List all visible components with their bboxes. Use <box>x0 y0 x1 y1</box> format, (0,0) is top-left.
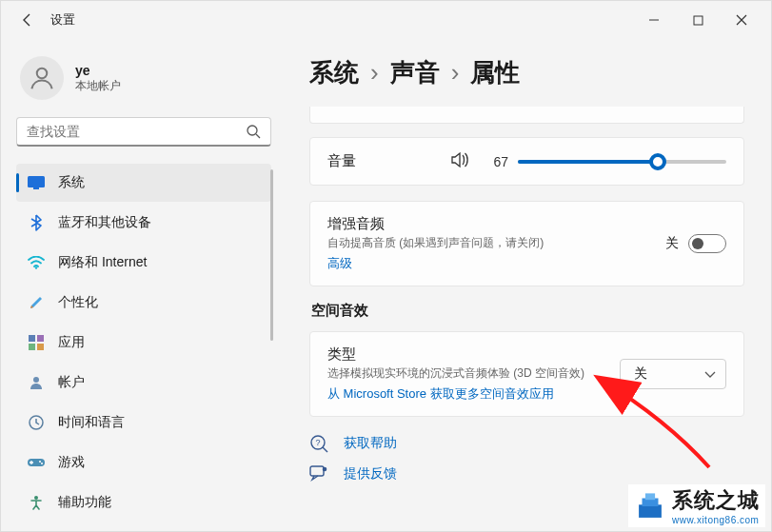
watermark-text: 系统之城 <box>672 486 760 515</box>
search-input[interactable] <box>27 124 246 139</box>
account-block[interactable]: ye 本地帐户 <box>20 56 267 100</box>
breadcrumb: 系统 › 声音 › 属性 <box>309 56 744 89</box>
svg-point-12 <box>33 377 39 383</box>
account-name: ye <box>75 63 121 78</box>
sidebar-item-apps[interactable]: 应用 <box>16 324 271 362</box>
get-help-label: 获取帮助 <box>344 435 397 452</box>
gaming-icon <box>28 454 45 471</box>
sidebar-item-label: 蓝牙和其他设备 <box>58 214 151 231</box>
sidebar-nav: 系统 蓝牙和其他设备 网络和 Internet <box>16 164 271 522</box>
speaker-icon[interactable] <box>451 151 470 171</box>
svg-point-2 <box>37 69 48 79</box>
sidebar-item-label: 系统 <box>58 174 85 191</box>
spatial-dropdown-value: 关 <box>634 365 647 383</box>
svg-text:?: ? <box>315 438 320 447</box>
avatar <box>20 56 64 100</box>
accessibility-icon <box>28 494 45 511</box>
sidebar-item-label: 辅助功能 <box>58 494 111 511</box>
wifi-icon <box>28 254 45 271</box>
search-input-wrap[interactable] <box>16 117 271 147</box>
svg-point-22 <box>323 467 327 472</box>
sidebar-item-network[interactable]: 网络和 Internet <box>16 244 271 282</box>
feedback-label: 提供反馈 <box>344 465 397 483</box>
svg-rect-25 <box>645 493 655 500</box>
svg-rect-21 <box>310 466 324 476</box>
svg-rect-6 <box>33 187 39 189</box>
spatial-type-card: 类型 选择模拟现实环境的沉浸式音频体验 (3D 空间音效) 从 Microsof… <box>309 331 744 417</box>
svg-line-20 <box>323 447 327 452</box>
spatial-store-link[interactable]: 从 Microsoft Store 获取更多空间音效应用 <box>327 385 604 403</box>
enhance-subtitle: 自动提高音质 (如果遇到声音问题，请关闭) <box>327 235 665 251</box>
spatial-type-title: 类型 <box>327 345 604 364</box>
sidebar-item-label: 游戏 <box>58 454 85 471</box>
chevron-right-icon: › <box>451 58 460 88</box>
svg-rect-1 <box>694 16 703 25</box>
maximize-icon <box>693 15 703 26</box>
bluetooth-icon <box>28 214 45 231</box>
volume-label: 音量 <box>327 152 451 170</box>
sidebar-item-label: 网络和 Internet <box>58 254 147 271</box>
sidebar-item-accessibility[interactable]: 辅助功能 <box>16 483 271 522</box>
enhance-toggle-label: 关 <box>665 235 679 252</box>
svg-point-7 <box>35 266 37 268</box>
breadcrumb-sound[interactable]: 声音 <box>390 56 440 89</box>
sidebar-item-accounts[interactable]: 帐户 <box>16 364 271 402</box>
paintbrush-icon <box>28 294 45 311</box>
watermark: 系统之城 www.xitong86.com <box>628 484 765 527</box>
watermark-logo-icon <box>634 490 666 522</box>
maximize-button[interactable] <box>676 5 720 35</box>
account-subtitle: 本地帐户 <box>75 78 121 94</box>
svg-rect-23 <box>639 504 662 518</box>
sidebar-item-label: 时间和语言 <box>58 414 125 431</box>
enhance-advanced-link[interactable]: 高级 <box>327 255 665 272</box>
close-button[interactable] <box>720 5 763 35</box>
enhance-toggle[interactable] <box>688 234 726 253</box>
breadcrumb-properties: 属性 <box>470 56 520 89</box>
sidebar-item-personalize[interactable]: 个性化 <box>16 284 271 322</box>
sidebar-item-gaming[interactable]: 游戏 <box>16 443 271 482</box>
svg-rect-10 <box>29 344 35 350</box>
svg-rect-9 <box>37 335 44 342</box>
sidebar-item-label: 帐户 <box>58 374 85 391</box>
apps-icon <box>28 334 45 351</box>
enhance-title: 增强音频 <box>327 215 665 233</box>
clock-icon <box>28 414 45 431</box>
spatial-section-header: 空间音效 <box>311 302 742 320</box>
volume-slider-fill <box>518 160 658 164</box>
svg-line-4 <box>256 134 260 138</box>
svg-rect-11 <box>37 344 44 350</box>
spatial-type-subtitle: 选择模拟现实环境的沉浸式音频体验 (3D 空间音效) <box>327 365 604 382</box>
sidebar-item-bluetooth[interactable]: 蓝牙和其他设备 <box>16 204 271 242</box>
arrow-left-icon <box>20 12 35 28</box>
volume-slider-thumb[interactable] <box>649 153 666 170</box>
svg-rect-8 <box>29 335 35 342</box>
feedback-link[interactable]: 提供反馈 <box>309 464 744 483</box>
sidebar-item-label: 个性化 <box>58 294 98 311</box>
svg-point-3 <box>247 126 257 135</box>
enhance-audio-card: 增强音频 自动提高音质 (如果遇到声音问题，请关闭) 高级 关 <box>309 201 744 286</box>
spatial-type-dropdown[interactable]: 关 <box>620 359 726 389</box>
svg-point-15 <box>39 461 41 463</box>
close-icon <box>736 14 747 26</box>
volume-card: 音量 67 <box>309 137 744 186</box>
svg-point-17 <box>34 496 38 500</box>
back-button[interactable] <box>9 1 47 39</box>
breadcrumb-system[interactable]: 系统 <box>309 56 359 89</box>
svg-point-16 <box>41 463 43 464</box>
chevron-down-icon <box>704 366 716 382</box>
search-icon <box>246 124 261 139</box>
help-icon: ? <box>309 434 328 453</box>
sidebar-item-time[interactable]: 时间和语言 <box>16 404 271 442</box>
sidebar-scrollbar[interactable] <box>270 169 273 341</box>
account-icon <box>28 374 45 391</box>
minimize-icon <box>648 14 660 26</box>
volume-slider[interactable] <box>518 160 726 164</box>
sidebar-item-system[interactable]: 系统 <box>16 164 271 202</box>
get-help-link[interactable]: ? 获取帮助 <box>309 434 744 453</box>
sidebar: ye 本地帐户 系统 <box>1 39 287 531</box>
footer-links: ? 获取帮助 提供反馈 <box>309 434 744 483</box>
previous-card-stub <box>309 107 744 124</box>
display-icon <box>28 174 45 191</box>
app-title: 设置 <box>50 11 75 29</box>
minimize-button[interactable] <box>632 5 676 35</box>
